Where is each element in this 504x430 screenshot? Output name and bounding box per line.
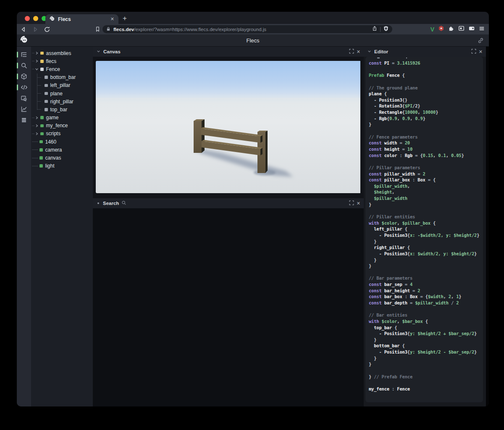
stats-icon[interactable] <box>17 104 31 115</box>
search-panel-header: Search ✕ <box>93 198 364 208</box>
search-panel-icon[interactable] <box>17 60 31 71</box>
inspector-icon[interactable] <box>17 93 31 104</box>
code-line: const pillar_width = 2 <box>369 171 483 177</box>
close-panel-icon[interactable]: ✕ <box>357 201 360 206</box>
tree-item-flecs[interactable]: flecs <box>31 57 93 65</box>
entity-color-square <box>40 52 44 55</box>
tree-panel-icon[interactable] <box>17 49 31 60</box>
share-icon[interactable] <box>372 26 378 33</box>
fence-left-pillar <box>194 119 205 153</box>
canvas-viewport[interactable] <box>96 61 361 193</box>
tree-item-label: assemblies <box>46 50 71 56</box>
browser-toolbar: flecs.dev/explorer/?wasm=https://www.fle… <box>17 24 489 34</box>
chevron-down-icon[interactable] <box>96 48 101 55</box>
code-line <box>369 128 483 134</box>
close-panel-icon[interactable]: ✕ <box>357 49 360 55</box>
close-panel-icon[interactable]: ✕ <box>479 49 483 55</box>
tree-item-bottom_bar[interactable]: bottom_bar <box>31 73 93 81</box>
tree-item-canvas[interactable]: canvas <box>31 154 93 162</box>
chevron-right-icon[interactable] <box>34 51 39 55</box>
browser-tab[interactable]: Flecs ✕ <box>45 14 118 24</box>
tree-item-label: canvas <box>45 155 61 161</box>
chevron-down-icon[interactable] <box>34 67 39 71</box>
tree-item-my_fence[interactable]: my_fence <box>31 122 93 130</box>
tree-connector <box>34 105 43 113</box>
tab-title: Flecs <box>58 16 108 22</box>
entity-color-square <box>39 148 43 152</box>
panel-bullet-icon[interactable] <box>97 202 99 204</box>
tree-item-label: left_pillar <box>50 82 71 88</box>
tree-item-right_pillar[interactable]: right_pillar <box>31 97 93 105</box>
code-line: - Position3{y: $height/2 - $bar_sep/2} <box>369 349 483 355</box>
new-tab-button[interactable]: + <box>123 15 127 22</box>
icon-sidebar <box>17 47 31 406</box>
tree-item-scripts[interactable]: scripts <box>31 130 93 138</box>
tree-item-label: scripts <box>46 131 61 136</box>
code-line <box>369 66 483 73</box>
entity-color-square <box>40 116 44 119</box>
tree-item-label: camera <box>45 147 62 153</box>
tables-icon[interactable] <box>17 115 31 126</box>
tree-item-1460[interactable]: 1460 <box>31 138 93 146</box>
code-editor[interactable]: const PI = 3.1415926 Prefab Fence { // T… <box>365 57 483 402</box>
canvas-panel-icon[interactable] <box>17 71 31 82</box>
canvas-panel-header: Canvas ✕ <box>93 47 364 57</box>
share-link-icon[interactable] <box>478 37 484 45</box>
search-results-area[interactable] <box>93 208 364 406</box>
chevron-right-icon[interactable] <box>34 59 39 63</box>
tree-item-light[interactable]: light <box>31 162 93 170</box>
tree-connector <box>34 89 43 97</box>
editor-panel-icon[interactable] <box>17 82 31 93</box>
tree-guide-line <box>32 142 38 142</box>
close-window-icon[interactable] <box>25 16 30 21</box>
forward-icon[interactable] <box>30 25 40 34</box>
code-line: const bar_height = 2 <box>369 288 483 294</box>
brave-shield-icon[interactable] <box>383 26 389 33</box>
hexagon-extension-icon[interactable] <box>438 25 444 33</box>
tree-guide-line <box>32 158 38 158</box>
tree-item-game[interactable]: game <box>31 114 93 122</box>
code-line: right_pillar { <box>369 244 483 251</box>
tree-item-plane[interactable]: plane <box>31 89 93 97</box>
fullscreen-icon[interactable] <box>349 199 354 207</box>
vue-devtools-icon[interactable]: V <box>430 26 434 33</box>
code-line: my_fence : Fence <box>369 386 483 392</box>
tree-item-label: plane <box>50 91 63 97</box>
code-line <box>369 269 483 275</box>
bookmark-icon[interactable] <box>92 25 102 34</box>
chevron-right-icon[interactable] <box>34 131 39 136</box>
fullscreen-icon[interactable] <box>471 48 476 55</box>
editor-panel-title: Editor <box>374 49 388 54</box>
page-title: Flecs <box>17 37 489 44</box>
wallet-icon[interactable] <box>468 25 475 33</box>
code-line: const bar_box : Box = {$width, 2, 1} <box>369 294 483 300</box>
tree-item-top_bar[interactable]: top_bar <box>31 105 93 113</box>
editor-panel-header: Editor ✕ <box>364 47 486 57</box>
active-panel-indicator <box>17 63 18 68</box>
chevron-right-icon[interactable] <box>34 115 39 120</box>
tree-item-assemblies[interactable]: assemblies <box>31 49 93 57</box>
tab-close-icon[interactable]: ✕ <box>110 16 114 22</box>
tree-item-camera[interactable]: camera <box>31 146 93 154</box>
url-domain: flecs.dev <box>113 27 134 32</box>
browser-window: Flecs ✕ + flecs.dev/explorer/?wasm=https… <box>17 12 489 406</box>
chevron-right-icon[interactable] <box>34 123 39 128</box>
menu-icon[interactable] <box>479 26 485 33</box>
tree-item-Fence[interactable]: Fence <box>31 65 93 73</box>
minimize-window-icon[interactable] <box>33 16 38 21</box>
chevron-down-icon[interactable] <box>367 48 372 55</box>
url-path: /explorer/?wasm=https://www.flecs.dev/ex… <box>134 27 266 32</box>
sidebar-icon[interactable] <box>458 25 465 33</box>
address-bar[interactable]: flecs.dev/explorer/?wasm=https://www.fle… <box>102 25 392 33</box>
reload-icon[interactable] <box>42 25 52 34</box>
code-line <box>369 367 483 374</box>
tree-item-left_pillar[interactable]: left_pillar <box>31 81 93 89</box>
tree-item-label: Fence <box>46 66 60 72</box>
back-icon[interactable] <box>18 25 29 34</box>
fullscreen-icon[interactable] <box>349 48 354 55</box>
code-line: } <box>369 355 483 362</box>
app-header: Flecs <box>17 34 489 47</box>
tree-item-label: flecs <box>46 58 57 64</box>
code-line: } <box>369 263 483 269</box>
extensions-puzzle-icon[interactable] <box>448 25 454 33</box>
